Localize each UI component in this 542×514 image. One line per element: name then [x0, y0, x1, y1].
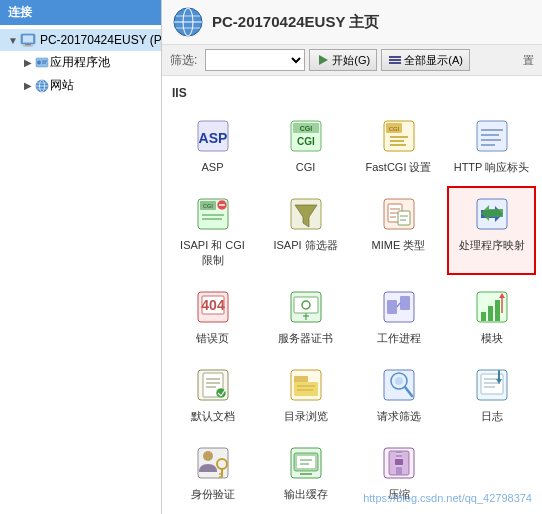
icon-cell-http-response[interactable]: HTTP 响应标头 [447, 108, 536, 182]
svg-rect-121 [395, 459, 403, 465]
expand-arrow-apppool: ▶ [24, 57, 32, 68]
icon-cell-output-cache[interactable]: 输出缓存 [261, 435, 350, 509]
icon-cell-modules[interactable]: 模块 [447, 279, 536, 353]
isapi-cgi-icon: CGI [193, 194, 233, 234]
svg-rect-64 [294, 297, 318, 313]
icon-cell-request-filter[interactable]: 请求筛选 [354, 357, 443, 431]
dir-browse-label: 目录浏览 [284, 409, 328, 423]
icon-cell-dir-browse[interactable]: 目录浏览 [261, 357, 350, 431]
show-all-button[interactable]: 全部显示(A) [381, 49, 470, 71]
svg-rect-1 [23, 36, 33, 43]
isapi-filter-label: ISAPI 筛选器 [273, 238, 337, 252]
asp-icon: ASP [193, 116, 233, 156]
icon-cell-asp[interactable]: ASP ASP [168, 108, 257, 182]
handler-label: 处理程序映射 [459, 238, 525, 252]
icon-cell-server-cert[interactable]: 服务器证书 [261, 279, 350, 353]
mime-icon [379, 194, 419, 234]
logging-label: 日志 [481, 409, 503, 423]
svg-rect-6 [42, 60, 47, 61]
cgi-label: CGI [296, 160, 316, 174]
svg-rect-3 [23, 46, 33, 47]
isapi-filter-icon [286, 194, 326, 234]
show-all-label: 全部显示(A) [404, 53, 463, 68]
svg-text:CGI: CGI [299, 125, 312, 132]
sidebar-item-sites[interactable]: ▶ 网站 [0, 74, 161, 97]
worker-icon [379, 287, 419, 327]
main-header: PC-20170424EUSY 主页 [162, 0, 542, 45]
request-filter-icon [379, 365, 419, 405]
auth-icon [193, 443, 233, 483]
svg-point-5 [37, 60, 41, 64]
icon-cell-mime[interactable]: MIME 类型 [354, 186, 443, 275]
icon-cell-auth[interactable]: 身份验证 [168, 435, 257, 509]
icon-cell-handler[interactable]: 处理程序映射 [447, 186, 536, 275]
icon-cell-fastcgi[interactable]: CGI FastCGI 设置 [354, 108, 443, 182]
start-button[interactable]: 开始(G) [309, 49, 377, 71]
svg-rect-34 [477, 121, 507, 151]
icon-cell-isapi-cgi[interactable]: CGI ISAPI 和 CGI 限制 [168, 186, 257, 275]
worker-label: 工作进程 [377, 331, 421, 345]
svg-text:CGI: CGI [297, 136, 315, 147]
modules-label: 模块 [481, 331, 503, 345]
output-cache-icon [286, 443, 326, 483]
svg-text:404: 404 [201, 297, 225, 313]
grid-area: IIS ASP ASP CGI [162, 76, 542, 514]
svg-rect-19 [389, 56, 401, 58]
server-cert-icon [286, 287, 326, 327]
server-label: PC-20170424EUSY (PC-... [40, 33, 161, 47]
icon-cell-cgi[interactable]: CGI CGI CGI [261, 108, 350, 182]
svg-text:CGI: CGI [388, 126, 399, 132]
sidebar-header: 连接 [0, 0, 161, 25]
main-content: PC-20170424EUSY 主页 筛选: 开始(G) 全部显示(A) 置 I… [162, 0, 542, 514]
svg-rect-21 [389, 62, 401, 64]
http-response-label: HTTP 响应标头 [454, 160, 530, 174]
icon-cell-worker[interactable]: 工作进程 [354, 279, 443, 353]
icon-cell-isapi-filter[interactable]: ISAPI 筛选器 [261, 186, 350, 275]
output-cache-label: 输出缓存 [284, 487, 328, 501]
fastcgi-label: FastCGI 设置 [365, 160, 431, 174]
svg-rect-75 [495, 300, 500, 321]
svg-rect-73 [481, 312, 486, 321]
default-doc-label: 默认文档 [191, 409, 235, 423]
svg-rect-20 [389, 59, 401, 61]
isapi-cgi-label: ISAPI 和 CGI 限制 [174, 238, 251, 267]
arrange-label: 置 [523, 53, 534, 68]
section-iis-title: IIS [168, 84, 536, 102]
icon-cell-logging[interactable]: 日志 [447, 357, 536, 431]
start-label: 开始(G) [332, 53, 370, 68]
compress-label: 压缩 [388, 487, 410, 501]
sidebar-item-server[interactable]: ▼ PC-20170424EUSY (PC-... [0, 29, 161, 51]
svg-rect-2 [25, 44, 31, 46]
server-cert-label: 服务器证书 [278, 331, 333, 345]
request-filter-label: 请求筛选 [377, 409, 421, 423]
svg-rect-69 [387, 300, 397, 314]
sites-icon [34, 78, 50, 94]
filter-select[interactable] [205, 49, 305, 71]
svg-rect-7 [42, 62, 46, 63]
svg-rect-74 [488, 306, 493, 321]
apppool-label: 应用程序池 [50, 54, 110, 71]
svg-rect-88 [294, 382, 318, 396]
error-page-icon: 404 [193, 287, 233, 327]
svg-point-103 [203, 451, 213, 461]
page-title: PC-20170424EUSY 主页 [212, 13, 379, 32]
mime-label: MIME 类型 [372, 238, 426, 252]
svg-rect-102 [198, 448, 228, 478]
icon-cell-error-page[interactable]: 404 错误页 [168, 279, 257, 353]
svg-rect-70 [400, 296, 410, 310]
dir-browse-icon [286, 365, 326, 405]
filter-label: 筛选: [170, 52, 197, 69]
icon-cell-default-doc[interactable]: 默认文档 [168, 357, 257, 431]
http-response-icon [472, 116, 512, 156]
icon-cell-compress[interactable]: 压缩 [354, 435, 443, 509]
sidebar-item-apppool[interactable]: ▶ 应用程序池 [0, 51, 161, 74]
svg-text:ASP: ASP [198, 130, 227, 146]
apppool-icon [34, 55, 50, 71]
expand-arrow: ▼ [8, 35, 18, 46]
sidebar-tree: ▼ PC-20170424EUSY (PC-... ▶ 应用程序池 ▶ [0, 25, 161, 514]
sites-label: 网站 [50, 77, 74, 94]
svg-point-83 [216, 388, 226, 398]
handler-icon [472, 194, 512, 234]
svg-rect-53 [398, 211, 410, 225]
auth-label: 身份验证 [191, 487, 235, 501]
